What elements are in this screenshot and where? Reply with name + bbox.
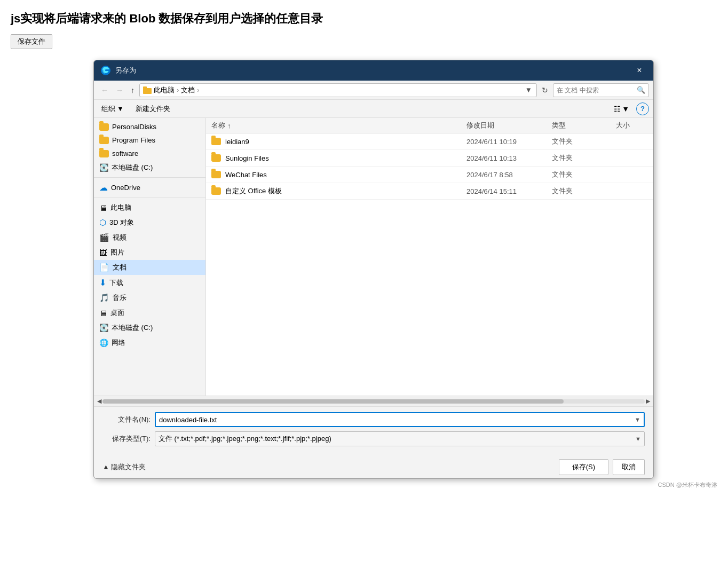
sidebar-label: 下载 [109, 278, 123, 288]
organize-button[interactable]: 组织 ▼ [98, 102, 127, 115]
view-grid-icon: ☷ [614, 105, 621, 113]
filetype-select-wrapper[interactable]: 文件 (*.txt;*.pdf;*.jpg;*.jpeg;*.png;*.tex… [155, 431, 645, 446]
onedrive-icon: ☁ [99, 183, 108, 193]
filetype-dropdown-button[interactable]: ▼ [635, 436, 641, 442]
organize-chevron-icon: ▼ [117, 105, 124, 113]
file-type: 文件夹 [552, 186, 616, 196]
column-name[interactable]: 名称 ↑ [211, 121, 466, 130]
sidebar-label: 图片 [110, 248, 124, 257]
sidebar-item-onedrive[interactable]: ☁ OneDrive [94, 180, 205, 195]
filename-input-wrapper[interactable]: ▼ [155, 412, 645, 427]
up-button[interactable]: ↑ [128, 84, 137, 96]
sidebar-item-software[interactable]: software [94, 147, 205, 160]
forward-button[interactable]: → [113, 84, 126, 96]
scroll-track[interactable] [102, 399, 645, 404]
3d-icon: ⬡ [99, 218, 106, 227]
sidebar-label: software [112, 149, 138, 157]
music-icon: 🎵 [99, 293, 109, 303]
column-type[interactable]: 类型 [552, 121, 616, 130]
sidebar-item-network[interactable]: 🌐 网络 [94, 335, 205, 350]
folder-icon [211, 138, 221, 145]
sidebar-item-personaldisks[interactable]: PersonalDisks [94, 120, 205, 133]
file-list-header: 名称 ↑ 修改日期 类型 大小 [206, 118, 653, 133]
column-date[interactable]: 修改日期 [466, 121, 552, 130]
search-icon-button[interactable]: 🔍 [637, 86, 645, 94]
table-row[interactable]: 自定义 Office 模板 2024/6/14 15:11 文件夹 [206, 183, 653, 200]
sort-up-icon: ↑ [227, 122, 231, 130]
sidebar-divider [94, 177, 205, 178]
disk-icon2: 💽 [99, 324, 108, 332]
save-button[interactable]: 保存(S) [559, 459, 608, 475]
file-date: 2024/6/11 10:19 [466, 138, 552, 146]
column-size[interactable]: 大小 [616, 121, 648, 130]
csdn-watermark: CSDN @米杯卡布奇淋 [11, 481, 717, 489]
address-bar[interactable]: 此电脑 › 文档 › ▼ [139, 83, 537, 97]
network-icon: 🌐 [99, 338, 108, 347]
file-date: 2024/6/17 8:58 [466, 171, 552, 179]
refresh-button[interactable]: ↻ [539, 84, 551, 96]
filename-label: 文件名(N): [102, 415, 151, 424]
address-part-computer: 此电脑 [154, 85, 175, 95]
dialog-title: 另存为 [115, 66, 632, 75]
file-type: 文件夹 [552, 170, 616, 179]
sidebar-item-programfiles[interactable]: Program Files [94, 133, 205, 147]
sidebar-label: Program Files [112, 136, 155, 144]
filename-input[interactable] [159, 416, 635, 424]
table-row[interactable]: Sunlogin Files 2024/6/11 10:13 文件夹 [206, 150, 653, 167]
document-icon: 📄 [99, 263, 109, 272]
sidebar-item-video[interactable]: 🎬 视频 [94, 230, 205, 245]
file-name-cell: WeChat Files [211, 171, 466, 179]
address-breadcrumb: 此电脑 › 文档 › [143, 85, 524, 95]
cancel-button[interactable]: 取消 [613, 459, 645, 475]
sidebar-item-documents[interactable]: 📄 文档 [94, 260, 205, 275]
folder-icon [211, 154, 221, 162]
svg-rect-2 [143, 86, 147, 89]
folder-icon [99, 150, 109, 157]
folder-icon [99, 137, 109, 144]
sidebar-item-downloads[interactable]: ⬇ 下载 [94, 275, 205, 290]
table-row[interactable]: WeChat Files 2024/6/17 8:58 文件夹 [206, 167, 653, 183]
save-file-button[interactable]: 保存文件 [11, 34, 52, 49]
sidebar-label: 3D 对象 [109, 218, 134, 227]
table-row[interactable]: leidian9 2024/6/11 10:19 文件夹 [206, 133, 653, 150]
sidebar-item-pictures[interactable]: 🖼 图片 [94, 245, 205, 260]
address-part-docs: 文档 [181, 85, 195, 95]
help-button[interactable]: ? [636, 102, 649, 115]
file-name: Sunlogin Files [225, 154, 269, 162]
sidebar-item-this-pc[interactable]: 🖥 此电脑 [94, 200, 205, 215]
sidebar-label: 文档 [113, 263, 126, 272]
new-folder-button[interactable]: 新建文件夹 [131, 102, 175, 115]
file-date: 2024/6/11 10:13 [466, 154, 552, 162]
filetype-label: 保存类型(T): [102, 434, 151, 444]
sidebar-item-3d[interactable]: ⬡ 3D 对象 [94, 215, 205, 230]
scroll-left-button[interactable]: ◀ [96, 397, 102, 406]
filename-dropdown-button[interactable]: ▼ [635, 416, 640, 423]
sidebar-label: 本地磁盘 (C:) [112, 323, 153, 333]
sidebar-item-music[interactable]: 🎵 音乐 [94, 290, 205, 305]
edge-browser-icon [100, 65, 111, 76]
save-as-dialog: 另存为 × ← → ↑ 此电脑 › 文档 › [93, 60, 654, 479]
sidebar-label: OneDrive [111, 184, 140, 192]
file-name: WeChat Files [225, 171, 267, 179]
dialog-close-button[interactable]: × [632, 63, 647, 78]
back-button[interactable]: ← [98, 84, 111, 96]
sidebar: PersonalDisks Program Files software 💽 本… [94, 118, 206, 396]
search-bar[interactable]: 🔍 [553, 83, 649, 97]
sidebar-item-desktop[interactable]: 🖥 桌面 [94, 305, 205, 320]
address-dropdown-button[interactable]: ▼ [524, 85, 533, 95]
scroll-right-button[interactable]: ▶ [645, 397, 651, 406]
view-button[interactable]: ☷ ▼ [611, 103, 632, 115]
hide-folders-button[interactable]: ▲ 隐藏文件夹 [102, 462, 146, 472]
desktop-icon: 🖥 [99, 309, 107, 318]
download-icon: ⬇ [99, 278, 106, 288]
file-date: 2024/6/14 15:11 [466, 187, 552, 195]
sidebar-label: 音乐 [113, 293, 126, 303]
horizontal-scrollbar[interactable]: ◀ ▶ [94, 396, 653, 406]
video-icon: 🎬 [99, 233, 109, 242]
search-input[interactable] [557, 86, 637, 94]
sidebar-item-local-disk-top[interactable]: 💽 本地磁盘 (C:) [94, 160, 205, 175]
sidebar-label: PersonalDisks [112, 123, 156, 131]
sidebar-item-local-disk-bottom[interactable]: 💽 本地磁盘 (C:) [94, 320, 205, 335]
scroll-thumb[interactable] [102, 399, 564, 404]
folder-icon [211, 171, 221, 178]
